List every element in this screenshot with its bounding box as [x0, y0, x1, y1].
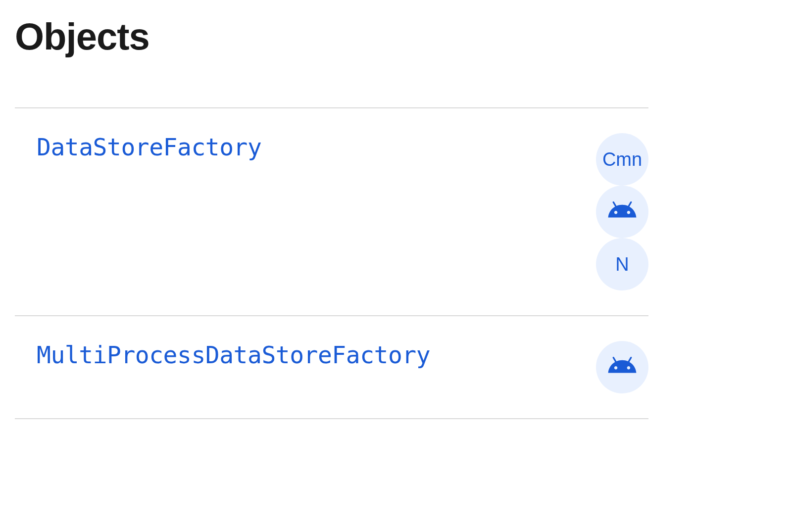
platform-badges — [596, 341, 648, 393]
android-icon — [607, 350, 638, 385]
platform-badge-android — [596, 341, 648, 393]
object-link-datastorefactory[interactable]: DataStoreFactory — [37, 133, 261, 161]
page-title: Objects — [15, 15, 648, 58]
android-icon — [607, 194, 638, 230]
badge-label: N — [615, 254, 629, 275]
badge-label: Cmn — [602, 149, 642, 170]
object-row: DataStoreFactory Cmn N — [15, 107, 648, 315]
object-link-multiprocessdatastorefactory[interactable]: MultiProcessDataStoreFactory — [37, 341, 430, 369]
platform-badge-android — [596, 186, 648, 238]
object-row: MultiProcessDataStoreFactory — [15, 315, 648, 419]
platform-badge-common: Cmn — [596, 133, 648, 186]
platform-badges: Cmn N — [596, 133, 648, 290]
objects-section: Objects DataStoreFactory Cmn N MultiProc… — [15, 15, 648, 419]
platform-badge-native: N — [596, 238, 648, 290]
